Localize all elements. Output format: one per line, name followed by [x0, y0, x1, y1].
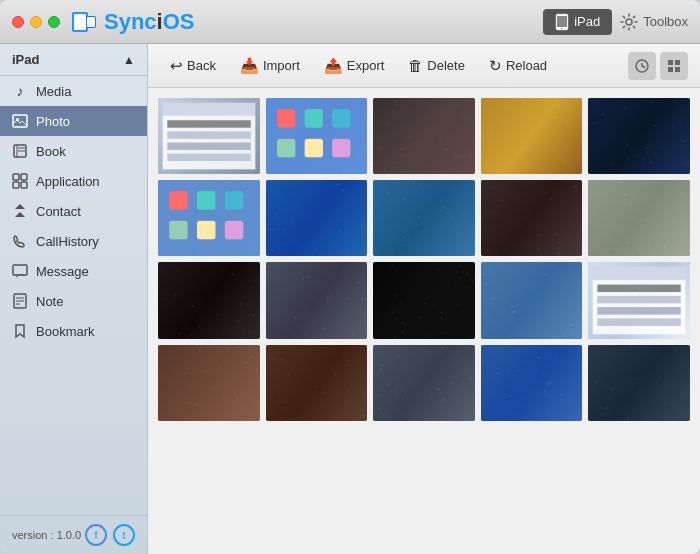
photo-thumb[interactable] [158, 262, 260, 338]
clock-button[interactable] [628, 52, 656, 80]
export-button[interactable]: 📤 Export [314, 53, 395, 79]
sidebar-item-book-label: Book [36, 144, 66, 159]
photo-thumb[interactable] [373, 262, 475, 338]
photo-thumb[interactable] [588, 180, 690, 256]
social-icons: f t [85, 524, 135, 546]
photo-thumb[interactable] [588, 345, 690, 421]
svg-line-25 [642, 66, 645, 68]
gear-icon [620, 13, 638, 31]
sidebar-item-application[interactable]: Application [0, 166, 147, 196]
toolbar: ↩ Back 📥 Import 📤 Export 🗑 Delete ↻ Relo… [148, 44, 700, 88]
sidebar-item-media[interactable]: ♪ Media [0, 76, 147, 106]
minimize-button[interactable] [30, 16, 42, 28]
export-icon: 📤 [324, 57, 343, 75]
photo-thumb[interactable] [373, 98, 475, 174]
photo-thumb[interactable] [373, 345, 475, 421]
back-button[interactable]: ↩ Back [160, 53, 226, 79]
fullscreen-button[interactable] [48, 16, 60, 28]
sidebar-item-media-label: Media [36, 84, 71, 99]
sidebar-item-contact[interactable]: Contact [0, 196, 147, 226]
photo-icon [12, 113, 28, 129]
media-icon: ♪ [12, 83, 28, 99]
photo-thumb[interactable] [588, 262, 690, 338]
sidebar-footer: version : 1.0.0 f t [0, 515, 147, 554]
book-icon [12, 143, 28, 159]
import-icon: 📥 [240, 57, 259, 75]
note-icon [12, 293, 28, 309]
photo-thumb[interactable] [481, 180, 583, 256]
logo-icon [70, 8, 98, 36]
delete-button[interactable]: 🗑 Delete [398, 53, 475, 78]
toolbox-label: Toolbox [643, 14, 688, 29]
photo-thumb[interactable] [373, 180, 475, 256]
reload-icon: ↻ [489, 57, 502, 75]
message-icon [12, 263, 28, 279]
photo-thumb[interactable] [266, 262, 368, 338]
delete-icon: 🗑 [408, 57, 423, 74]
photo-thumb[interactable] [266, 98, 368, 174]
photo-thumb[interactable] [266, 180, 368, 256]
close-button[interactable] [12, 16, 24, 28]
grid-icon [667, 59, 681, 73]
photo-thumb[interactable] [481, 345, 583, 421]
sidebar-item-message-label: Message [36, 264, 89, 279]
sidebar: iPad ▲ ♪ Media Photo Book [0, 44, 148, 554]
svg-rect-18 [13, 265, 27, 275]
bookmark-icon [12, 323, 28, 339]
import-button[interactable]: 📥 Import [230, 53, 310, 79]
svg-rect-1 [74, 14, 86, 30]
photo-thumb[interactable] [481, 262, 583, 338]
sidebar-item-bookmark-label: Bookmark [36, 324, 95, 339]
grid-view-button[interactable] [660, 52, 688, 80]
photo-thumb[interactable] [158, 180, 260, 256]
svg-rect-29 [675, 67, 680, 72]
twitter-icon[interactable]: t [113, 524, 135, 546]
photo-thumb[interactable] [481, 98, 583, 174]
toolbox-button[interactable]: Toolbox [620, 13, 688, 31]
clock-icon [635, 59, 649, 73]
sidebar-title: iPad [12, 52, 39, 67]
svg-rect-5 [557, 16, 567, 27]
svg-rect-3 [87, 17, 95, 27]
sidebar-item-application-label: Application [36, 174, 100, 189]
sidebar-item-bookmark[interactable]: Bookmark [0, 316, 147, 346]
app-logo: SynciOS [70, 8, 195, 36]
titlebar-right: iPad Toolbox [543, 9, 688, 35]
callhistory-icon [12, 233, 28, 249]
ipad-button[interactable]: iPad [543, 9, 612, 35]
photo-grid[interactable] [148, 88, 700, 554]
reload-button[interactable]: ↻ Reload [479, 53, 557, 79]
back-icon: ↩ [170, 57, 183, 75]
sidebar-item-photo[interactable]: Photo [0, 106, 147, 136]
sidebar-item-message[interactable]: Message [0, 256, 147, 286]
sidebar-item-note[interactable]: Note [0, 286, 147, 316]
sidebar-header: iPad ▲ [0, 44, 147, 76]
sidebar-item-callhistory-label: CallHistory [36, 234, 99, 249]
svg-rect-15 [21, 174, 27, 180]
sort-icon: ▲ [123, 53, 135, 67]
sidebar-item-photo-label: Photo [36, 114, 70, 129]
version-label: version : 1.0.0 [12, 529, 81, 541]
photo-thumb[interactable] [266, 345, 368, 421]
svg-rect-14 [13, 174, 19, 180]
svg-point-6 [561, 27, 563, 29]
ipad-icon [555, 13, 569, 31]
main-layout: iPad ▲ ♪ Media Photo Book [0, 44, 700, 554]
contact-icon [12, 203, 28, 219]
svg-rect-26 [668, 60, 673, 65]
facebook-icon[interactable]: f [85, 524, 107, 546]
sidebar-item-contact-label: Contact [36, 204, 81, 219]
sidebar-item-book[interactable]: Book [0, 136, 147, 166]
svg-point-7 [626, 19, 632, 25]
photo-thumb[interactable] [158, 345, 260, 421]
photo-thumb[interactable] [588, 98, 690, 174]
traffic-lights [12, 16, 60, 28]
ipad-label: iPad [574, 14, 600, 29]
photo-thumb[interactable] [158, 98, 260, 174]
svg-rect-17 [21, 182, 27, 188]
sidebar-item-callhistory[interactable]: CallHistory [0, 226, 147, 256]
sidebar-item-note-label: Note [36, 294, 63, 309]
titlebar: SynciOS iPad Toolbox [0, 0, 700, 44]
svg-rect-28 [668, 67, 673, 72]
svg-rect-27 [675, 60, 680, 65]
